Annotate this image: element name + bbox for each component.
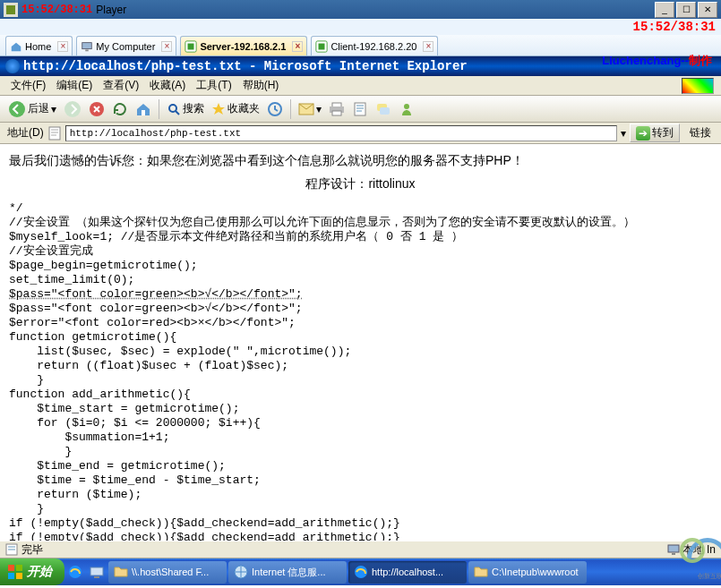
code-line: for ($i=0; $i <= 2000000; $i++){ xyxy=(9,416,712,430)
menu-item[interactable]: 编辑(E) xyxy=(53,76,96,95)
vm-tab-label: My Computer xyxy=(96,41,155,52)
task-label: \\.host\Shared F... xyxy=(132,567,209,577)
svg-rect-2 xyxy=(82,42,92,48)
svg-rect-29 xyxy=(16,573,22,579)
svg-rect-1 xyxy=(6,5,15,14)
menu-item[interactable]: 文件(F) xyxy=(7,76,49,95)
forward-button[interactable] xyxy=(61,98,84,120)
address-input[interactable] xyxy=(65,125,617,141)
taskbar-task[interactable]: C:\Inetpub\wwwroot xyxy=(468,561,587,584)
menu-item[interactable]: 查看(V) xyxy=(99,76,142,95)
back-button[interactable]: 后退 ▾ xyxy=(5,98,59,120)
menu-item[interactable]: 帮助(H) xyxy=(239,76,283,95)
minimize-button[interactable]: _ xyxy=(655,2,674,18)
code-line: function add_arithmetic(){ xyxy=(9,388,712,402)
code-line: $time_end = getmicrotime(); xyxy=(9,459,712,473)
code-line: //安全设置 （如果这个探针仅为您自己使用那么可以允许下面的信息显示，否则为了您… xyxy=(9,216,712,230)
status-text: 完毕 xyxy=(21,542,43,558)
vm-tab-label: Client-192.168.2.20 xyxy=(330,41,416,52)
windows-logo-icon xyxy=(7,564,23,580)
chevron-down-icon[interactable]: ▾ xyxy=(621,127,626,140)
mail-button[interactable]: ▾ xyxy=(296,98,324,120)
svg-point-21 xyxy=(404,104,409,109)
code-line: $error="<font color=red><b>×</b></font>"… xyxy=(9,316,712,330)
credit-bar: 15:52/38:31 xyxy=(0,19,721,35)
chevron-down-icon: ▾ xyxy=(316,103,322,115)
favorites-label: 收藏夹 xyxy=(227,101,260,116)
menu-item[interactable]: 工具(T) xyxy=(193,76,235,95)
ie-logo-icon xyxy=(5,59,20,73)
chevron-down-icon: ▾ xyxy=(51,103,56,115)
links-button[interactable]: 链接 xyxy=(683,123,717,144)
vm-tab[interactable]: Server-192.168.2.1× xyxy=(180,36,307,55)
quicklaunch-ie[interactable] xyxy=(66,563,84,581)
taskbar-task[interactable]: \\.host\Shared F... xyxy=(108,561,227,584)
refresh-button[interactable] xyxy=(109,98,131,120)
page-content: 最后我们遗憾的告诉您：如果您在浏览器中看到这个信息那么就说明您的服务器不支持PH… xyxy=(0,144,721,541)
svg-rect-27 xyxy=(16,565,22,571)
task-label: C:\Inetpub\wwwroot xyxy=(492,567,579,577)
history-button[interactable] xyxy=(264,98,286,120)
discuss-button[interactable] xyxy=(373,98,394,120)
notice-text: 最后我们遗憾的告诉您：如果您在浏览器中看到这个信息那么就说明您的服务器不支持PH… xyxy=(9,153,712,167)
quicklaunch-desktop[interactable] xyxy=(88,563,106,581)
svg-point-12 xyxy=(169,105,176,112)
code-line: if (!empty($add_check)){$add_checkend=ad… xyxy=(9,531,712,541)
address-label: 地址(D) xyxy=(7,125,44,141)
close-icon[interactable]: × xyxy=(423,41,433,52)
security-zone: 本地 In xyxy=(667,542,716,558)
player-icon xyxy=(4,3,18,17)
vm-tab[interactable]: My Computer× xyxy=(76,36,176,55)
svg-rect-22 xyxy=(49,127,60,140)
menu-item[interactable]: 收藏(A) xyxy=(146,76,189,95)
taskbar-task[interactable]: Internet 信息服... xyxy=(228,561,347,584)
done-icon xyxy=(5,543,18,556)
code-line: $summation=1+1; xyxy=(9,430,712,445)
code-block: *///安全设置 （如果这个探针仅为您自己使用那么可以允许下面的信息显示，否则为… xyxy=(9,201,712,541)
print-button[interactable] xyxy=(326,98,348,120)
close-button[interactable]: ✕ xyxy=(698,2,717,18)
start-button[interactable]: 开始 xyxy=(0,558,64,585)
svg-rect-32 xyxy=(94,576,99,578)
edit-button[interactable] xyxy=(349,98,371,120)
search-button[interactable]: 搜索 xyxy=(164,98,207,120)
svg-rect-3 xyxy=(86,49,90,51)
ie-statusbar: 完毕 本地 In xyxy=(0,541,721,558)
svg-rect-31 xyxy=(90,567,103,575)
favorites-button[interactable]: 收藏夹 xyxy=(209,98,262,120)
page-icon xyxy=(47,126,62,141)
close-icon[interactable]: × xyxy=(57,41,68,52)
designer-text: 程序设计：rittolinux xyxy=(9,176,712,191)
vm-tab[interactable]: Home× xyxy=(5,36,73,55)
home-button[interactable] xyxy=(133,98,154,120)
stop-button[interactable] xyxy=(86,98,107,120)
taskbar-task[interactable]: http://localhost... xyxy=(348,561,467,584)
close-icon[interactable]: × xyxy=(161,41,172,52)
go-button[interactable]: ➔ 转到 xyxy=(630,124,680,142)
code-line: return ((float)$usec + (float)$sec); xyxy=(9,359,712,373)
svg-point-8 xyxy=(9,101,25,117)
code-line: */ xyxy=(9,201,712,216)
svg-rect-5 xyxy=(188,43,194,49)
task-label: Internet 信息服... xyxy=(252,566,326,579)
messenger-button[interactable] xyxy=(396,98,417,120)
vm-tab[interactable]: Client-192.168.2.20× xyxy=(311,36,438,55)
code-line: //安全设置完成 xyxy=(9,244,712,259)
svg-rect-17 xyxy=(332,111,341,115)
code-line: $pass="<font color=green><b>√</b></font>… xyxy=(9,302,712,316)
svg-rect-24 xyxy=(668,545,679,552)
svg-rect-26 xyxy=(8,565,14,571)
go-label: 转到 xyxy=(652,125,674,141)
computer-icon xyxy=(667,543,680,556)
maximize-button[interactable]: ☐ xyxy=(676,2,696,18)
code-line: if (!empty($add_check)){$add_checkend=ad… xyxy=(9,516,712,531)
close-icon[interactable]: × xyxy=(292,41,303,52)
svg-rect-28 xyxy=(8,573,14,579)
code-line: $time_start = getmicrotime(); xyxy=(9,402,712,416)
search-label: 搜索 xyxy=(183,101,204,116)
code-line: $time = $time_end - $time_start; xyxy=(9,473,712,488)
code-line: $page_begin=getmicrotime(); xyxy=(9,259,712,273)
window-controls: _ ☐ ✕ xyxy=(655,2,717,18)
ie-title-text: http://localhost/php-test.txt - Microsof… xyxy=(23,59,468,73)
player-title-time: 15:52/38:31 xyxy=(21,4,92,16)
